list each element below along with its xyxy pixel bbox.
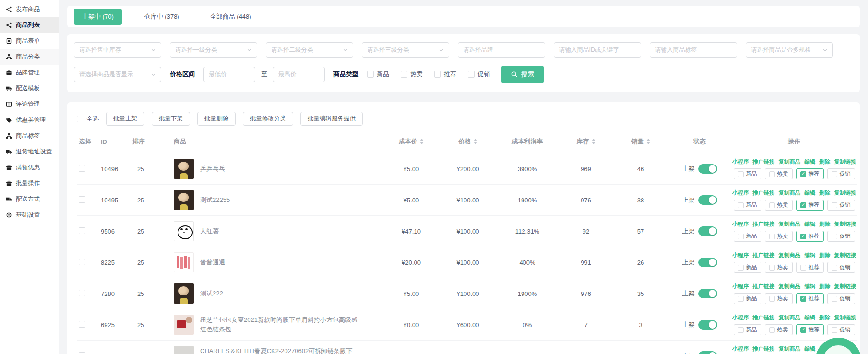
sort-carets-icon[interactable]	[592, 139, 595, 144]
sidebar-item[interactable]: 商品列表	[0, 17, 59, 33]
product-flag-chip[interactable]: 热卖	[765, 293, 793, 304]
max-price-input[interactable]	[273, 67, 325, 82]
filter-input[interactable]	[554, 42, 641, 58]
batch-action-button[interactable]: 批量上架	[106, 112, 144, 126]
batch-action-button[interactable]: 批量修改分类	[243, 112, 293, 126]
column-header[interactable]: 销量	[613, 131, 668, 153]
sidebar-item[interactable]: 商品分类	[0, 49, 59, 65]
product-flag-chip[interactable]: 新品	[734, 262, 761, 273]
batch-action-button[interactable]: 批量下架	[152, 112, 190, 126]
row-action-link[interactable]: 编辑	[804, 158, 815, 165]
sort-carets-icon[interactable]	[646, 139, 650, 144]
status-tab[interactable]: 全部商品 (448)	[202, 9, 260, 25]
filter-select[interactable]: 请选择商品是否多规格	[746, 42, 833, 58]
status-toggle[interactable]	[698, 164, 717, 174]
product-flag-chip[interactable]: 推荐	[796, 324, 824, 335]
row-checkbox[interactable]	[79, 165, 85, 172]
filter-select[interactable]: 请选择售中库存	[74, 42, 161, 58]
column-header[interactable]: 价格	[440, 131, 496, 153]
filter-select[interactable]: 请选择一级分类	[170, 42, 257, 58]
product-flag-chip[interactable]: 推荐	[796, 262, 824, 273]
row-action-link[interactable]: 小程序	[732, 345, 749, 353]
product-flag-chip[interactable]: 促销	[827, 200, 855, 211]
row-action-link[interactable]: 复制商品	[778, 283, 800, 290]
product-flag-chip[interactable]: 推荐	[796, 200, 824, 211]
sidebar-item[interactable]: 评论管理	[0, 96, 59, 112]
status-toggle[interactable]	[698, 320, 717, 330]
row-action-link[interactable]: 删除	[819, 189, 830, 197]
row-action-link[interactable]: 复制链接	[834, 314, 856, 321]
batch-action-button[interactable]: 批量删除	[197, 112, 236, 126]
row-action-link[interactable]: 删除	[819, 221, 830, 228]
row-action-link[interactable]: 编辑	[804, 345, 815, 353]
row-action-link[interactable]: 编辑	[804, 314, 815, 321]
product-flag-chip[interactable]: 促销	[827, 262, 855, 273]
product-flag-chip[interactable]: 推荐	[796, 168, 824, 179]
row-action-link[interactable]: 编辑	[804, 221, 815, 228]
row-action-link[interactable]: 推广链接	[752, 252, 774, 259]
status-toggle[interactable]	[698, 195, 717, 205]
filter-select[interactable]: 请选择三级分类	[362, 42, 449, 58]
row-action-link[interactable]: 推广链接	[752, 283, 774, 290]
row-action-link[interactable]: 编辑	[804, 283, 815, 290]
sidebar-item[interactable]: 批量操作	[0, 176, 59, 191]
status-toggle[interactable]	[698, 351, 717, 354]
column-header[interactable]: 成本价	[383, 131, 440, 153]
column-header[interactable]: 库存	[559, 131, 613, 153]
status-toggle[interactable]	[698, 289, 717, 298]
row-action-link[interactable]: 复制商品	[778, 221, 800, 228]
sidebar-item[interactable]: 配送模板	[0, 81, 59, 96]
row-action-link[interactable]: 复制商品	[778, 158, 800, 165]
filter-select[interactable]: 请选择二级分类	[266, 42, 353, 58]
row-checkbox[interactable]	[79, 259, 85, 265]
sidebar-item[interactable]: 基础设置	[0, 207, 59, 223]
status-tab[interactable]: 上架中 (70)	[74, 9, 122, 25]
sidebar-item[interactable]: 发布商品	[0, 1, 59, 17]
row-action-link[interactable]: 复制链接	[834, 221, 856, 228]
row-action-link[interactable]: 推广链接	[752, 221, 774, 228]
row-checkbox[interactable]	[79, 196, 85, 203]
row-action-link[interactable]: 复制链接	[834, 158, 856, 165]
product-flag-chip[interactable]: 促销	[827, 324, 855, 335]
product-flag-chip[interactable]: 热卖	[765, 262, 793, 273]
product-flag-chip[interactable]: 促销	[827, 293, 855, 304]
product-type-checkbox[interactable]: 促销	[468, 70, 490, 79]
sort-carets-icon[interactable]	[474, 139, 477, 144]
batch-action-button[interactable]: 批量编辑服务提供	[300, 112, 363, 126]
sidebar-item[interactable]: 满额优惠	[0, 160, 59, 176]
row-action-link[interactable]: 删除	[819, 314, 830, 321]
select-all-checkbox[interactable]: 全选	[77, 115, 99, 123]
status-toggle[interactable]	[698, 226, 717, 236]
row-checkbox[interactable]	[79, 352, 85, 354]
sidebar-item[interactable]: 退货地址设置	[0, 144, 59, 160]
row-action-link[interactable]: 编辑	[804, 252, 815, 259]
filter-input[interactable]	[458, 42, 545, 58]
row-action-link[interactable]: 复制商品	[778, 345, 800, 353]
row-action-link[interactable]: 复制链接	[834, 283, 856, 290]
product-type-checkbox[interactable]: 热卖	[401, 70, 423, 79]
sort-carets-icon[interactable]	[420, 139, 424, 144]
row-action-link[interactable]: 小程序	[732, 252, 749, 259]
product-flag-chip[interactable]: 新品	[734, 324, 761, 335]
sidebar-item[interactable]: 品牌管理	[0, 65, 59, 81]
product-flag-chip[interactable]: 促销	[827, 231, 855, 242]
status-toggle[interactable]	[698, 258, 717, 267]
row-action-link[interactable]: 复制商品	[778, 314, 800, 321]
product-flag-chip[interactable]: 推荐	[796, 293, 824, 304]
min-price-input[interactable]	[203, 67, 255, 82]
row-action-link[interactable]: 删除	[819, 252, 830, 259]
search-button[interactable]: 搜索	[501, 66, 544, 83]
product-flag-chip[interactable]: 热卖	[765, 200, 793, 211]
row-action-link[interactable]: 复制链接	[834, 252, 856, 259]
row-action-link[interactable]: 推广链接	[752, 314, 774, 321]
row-action-link[interactable]: 删除	[819, 158, 830, 165]
product-flag-chip[interactable]: 新品	[734, 200, 761, 211]
row-action-link[interactable]: 推广链接	[752, 189, 774, 197]
row-action-link[interactable]: 复制链接	[834, 189, 856, 197]
row-action-link[interactable]: 小程序	[732, 283, 749, 290]
display-select[interactable]: 请选择商品是否显示	[74, 67, 161, 82]
sidebar-item[interactable]: 商品表单	[0, 33, 59, 49]
product-flag-chip[interactable]: 促销	[827, 168, 855, 179]
row-action-link[interactable]: 小程序	[732, 314, 749, 321]
product-flag-chip[interactable]: 新品	[734, 168, 761, 179]
